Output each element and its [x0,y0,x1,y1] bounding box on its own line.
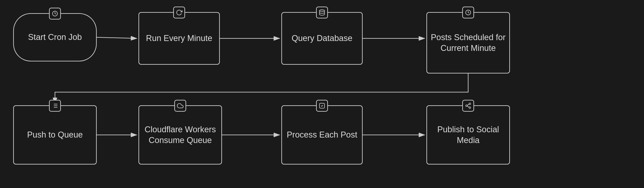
node-query-database: Query Database [281,12,363,65]
node-process-label: Process Each Post [286,129,357,140]
node-cloudflare-label: Cloudflare Workers Consume Queue [139,124,221,146]
node-query-label: Query Database [292,33,352,44]
svg-line-21 [467,104,469,105]
cloud-icon [174,100,186,112]
node-run-label: Run Every Minute [146,33,212,44]
svg-line-20 [467,106,469,107]
node-cron-label: Start Cron Job [28,32,82,42]
svg-point-17 [469,103,471,105]
node-run-every-minute: Run Every Minute [138,12,220,65]
svg-point-8 [320,10,325,12]
svg-point-19 [469,107,471,109]
svg-line-1 [97,37,137,38]
node-posts-scheduled: Posts Scheduled for Current Minute [426,12,510,73]
node-process-each-post: Process Each Post [281,105,363,165]
clock-icon [49,8,61,19]
check-icon [316,100,328,112]
node-start-cron-job: Start Cron Job [13,13,97,61]
diagram: Start Cron Job Run Every Minute Query Da… [0,0,644,188]
node-posts-label: Posts Scheduled for Current Minute [427,32,509,54]
node-cloudflare-workers: Cloudflare Workers Consume Queue [138,105,222,165]
svg-point-18 [466,105,468,107]
node-push-to-queue: Push to Queue [13,105,97,165]
refresh-icon [173,6,185,18]
share-icon [462,100,474,112]
list-icon [49,100,61,112]
node-publish-social-media: Publish to Social Media [426,105,510,165]
node-publish-label: Publish to Social Media [427,124,509,146]
node-push-label: Push to Queue [27,129,83,140]
database-icon [316,6,328,18]
clock-icon-2 [462,6,474,18]
